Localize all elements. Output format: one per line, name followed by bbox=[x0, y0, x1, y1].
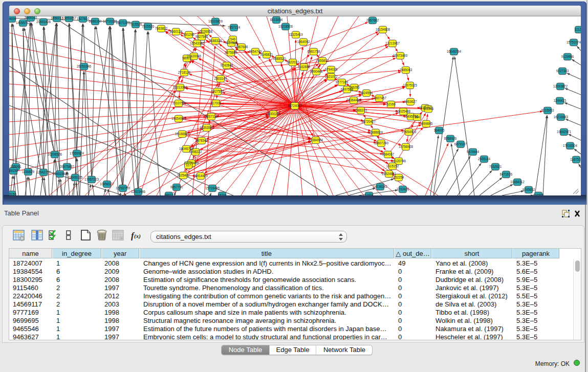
svg-text:5498222: 5498222 bbox=[189, 150, 202, 154]
svg-text:7485063: 7485063 bbox=[400, 68, 412, 72]
svg-text:(x): (x) bbox=[134, 233, 141, 239]
svg-text:9857791: 9857791 bbox=[170, 185, 183, 189]
svg-text:117: 117 bbox=[186, 163, 191, 167]
svg-text:835061: 835061 bbox=[10, 165, 21, 168]
svg-text:10653267: 10653267 bbox=[62, 16, 77, 20]
svg-text:19654923: 19654923 bbox=[402, 130, 417, 134]
svg-text:8186328: 8186328 bbox=[209, 39, 222, 42]
svg-text:18724007: 18724007 bbox=[288, 104, 302, 107]
svg-text:12093872: 12093872 bbox=[553, 84, 568, 88]
svg-text:13905135: 13905135 bbox=[68, 176, 83, 179]
svg-text:6497568: 6497568 bbox=[341, 87, 354, 91]
svg-text:564: 564 bbox=[415, 115, 420, 119]
svg-text:10973493: 10973493 bbox=[393, 54, 408, 57]
svg-text:9129966: 9129966 bbox=[561, 55, 574, 58]
svg-text:17334: 17334 bbox=[364, 193, 374, 195]
svg-text:9474444: 9474444 bbox=[467, 150, 480, 154]
svg-text:9777169: 9777169 bbox=[336, 80, 349, 84]
svg-text:14136141: 14136141 bbox=[373, 185, 388, 188]
svg-text:19384554: 19384554 bbox=[309, 138, 323, 142]
svg-text:6966160: 6966160 bbox=[89, 19, 102, 23]
svg-text:39975887: 39975887 bbox=[60, 165, 75, 168]
svg-text:3824554: 3824554 bbox=[360, 91, 373, 95]
svg-text:9242845: 9242845 bbox=[221, 63, 233, 67]
svg-text:891295: 891295 bbox=[183, 33, 194, 36]
svg-text:14055712: 14055712 bbox=[16, 21, 31, 25]
svg-text:1244415: 1244415 bbox=[554, 99, 567, 102]
svg-text:17957223: 17957223 bbox=[84, 178, 99, 181]
svg-text:164095: 164095 bbox=[433, 128, 445, 132]
svg-text:12923446: 12923446 bbox=[131, 190, 146, 193]
svg-text:19218506: 19218506 bbox=[278, 25, 293, 28]
svg-text:3875685: 3875685 bbox=[225, 51, 237, 54]
svg-text:11353594: 11353594 bbox=[200, 126, 214, 129]
svg-text:26053346: 26053346 bbox=[77, 64, 92, 68]
svg-text:16648784: 16648784 bbox=[447, 50, 462, 53]
svg-text:1167533: 1167533 bbox=[570, 158, 581, 161]
svg-text:117004: 117004 bbox=[211, 101, 222, 105]
svg-text:6961758: 6961758 bbox=[308, 50, 320, 53]
svg-text:2803144: 2803144 bbox=[214, 77, 227, 80]
svg-text:19166829: 19166829 bbox=[175, 132, 190, 136]
svg-text:12213967: 12213967 bbox=[385, 41, 400, 45]
svg-text:16210643: 16210643 bbox=[554, 115, 569, 119]
svg-text:11325419: 11325419 bbox=[289, 33, 303, 36]
svg-text:924565: 924565 bbox=[533, 193, 544, 195]
svg-text:19756928: 19756928 bbox=[399, 145, 413, 148]
svg-text:8958926: 8958926 bbox=[444, 137, 457, 140]
svg-text:20691406: 20691406 bbox=[36, 20, 51, 24]
svg-text:16543362: 16543362 bbox=[190, 41, 205, 45]
svg-text:24694: 24694 bbox=[9, 17, 16, 20]
svg-text:16154808: 16154808 bbox=[376, 28, 390, 31]
svg-text:16782759: 16782759 bbox=[116, 186, 130, 190]
svg-text:5822037: 5822037 bbox=[287, 60, 299, 64]
svg-text:20206536: 20206536 bbox=[48, 152, 62, 156]
svg-text:8878342: 8878342 bbox=[195, 139, 208, 142]
svg-text:18807249: 18807249 bbox=[374, 141, 389, 145]
svg-text:911346: 911346 bbox=[423, 107, 434, 111]
svg-text:12975115: 12975115 bbox=[403, 83, 417, 87]
svg-text:8990448: 8990448 bbox=[310, 70, 323, 73]
svg-text:16033809: 16033809 bbox=[208, 19, 223, 23]
svg-text:8471676: 8471676 bbox=[500, 172, 513, 176]
svg-text:2669140: 2669140 bbox=[25, 16, 37, 19]
svg-text:11451941: 11451941 bbox=[53, 172, 67, 176]
svg-text:11121: 11121 bbox=[575, 28, 581, 31]
svg-text:8660124: 8660124 bbox=[170, 30, 183, 33]
svg-text:2718126: 2718126 bbox=[178, 71, 191, 74]
svg-text:1733426: 1733426 bbox=[397, 187, 409, 191]
svg-text:7515526: 7515526 bbox=[142, 25, 155, 28]
svg-text:9327506: 9327506 bbox=[195, 35, 208, 38]
svg-text:12213369: 12213369 bbox=[173, 85, 188, 89]
svg-text:10654112: 10654112 bbox=[510, 180, 525, 184]
svg-text:19692971: 19692971 bbox=[557, 130, 572, 134]
svg-text:1621072: 1621072 bbox=[325, 75, 338, 78]
svg-text:1162658: 1162658 bbox=[298, 65, 311, 69]
svg-text:2935114: 2935114 bbox=[478, 157, 491, 161]
svg-text:39159: 39159 bbox=[9, 169, 18, 172]
svg-text:39159: 39159 bbox=[9, 192, 16, 195]
svg-text:8267110: 8267110 bbox=[205, 115, 218, 118]
svg-text:10807457: 10807457 bbox=[372, 96, 387, 100]
svg-text:15720407: 15720407 bbox=[361, 120, 376, 123]
svg-text:15751074: 15751074 bbox=[567, 40, 581, 44]
svg-text:9327508: 9327508 bbox=[225, 41, 238, 45]
svg-text:10025488: 10025488 bbox=[396, 110, 411, 113]
svg-text:1656112: 1656112 bbox=[51, 16, 63, 20]
svg-text:15716: 15716 bbox=[217, 193, 227, 195]
svg-text:252254: 252254 bbox=[393, 176, 404, 179]
svg-text:9146821: 9146821 bbox=[260, 53, 273, 56]
svg-text:546: 546 bbox=[230, 37, 236, 41]
svg-text:17016504: 17016504 bbox=[563, 144, 578, 147]
svg-text:7625402: 7625402 bbox=[177, 173, 190, 177]
svg-text:98903: 98903 bbox=[182, 56, 191, 60]
svg-text:16671355: 16671355 bbox=[116, 21, 130, 25]
svg-text:7955812: 7955812 bbox=[316, 59, 329, 62]
svg-text:98577: 98577 bbox=[164, 193, 173, 195]
svg-text:9463627: 9463627 bbox=[404, 100, 417, 103]
svg-text:9899695: 9899695 bbox=[420, 122, 433, 125]
svg-text:15716485: 15716485 bbox=[205, 186, 220, 190]
svg-text:16120746: 16120746 bbox=[391, 159, 406, 163]
svg-text:13524851: 13524851 bbox=[382, 172, 397, 176]
svg-text:9227343: 9227343 bbox=[556, 69, 569, 73]
